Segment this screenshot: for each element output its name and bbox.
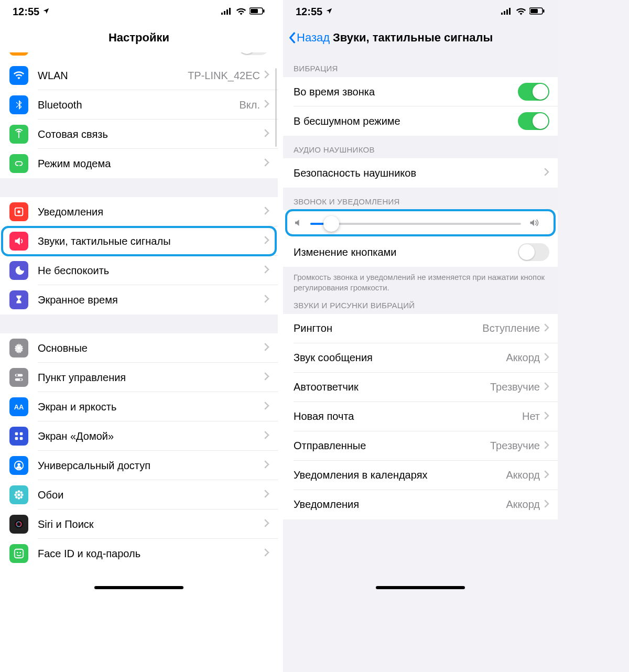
signal-icon: [501, 6, 513, 18]
chevron-right-icon: [264, 70, 269, 81]
svg-rect-3: [229, 8, 231, 15]
sound-row-reminders[interactable]: Уведомления Аккорд: [283, 490, 558, 519]
svg-rect-33: [15, 549, 24, 558]
svg-point-20: [17, 463, 20, 466]
svg-rect-2: [226, 9, 228, 15]
chevron-right-icon: [544, 382, 549, 393]
home-indicator: [94, 586, 183, 589]
home-indicator: [376, 586, 465, 589]
row-label: Экран и яркость: [38, 401, 264, 413]
chevron-right-icon: [544, 353, 549, 363]
chevron-right-icon: [264, 343, 269, 353]
row-label: В бесшумном режиме: [294, 115, 518, 127]
airplane-toggle[interactable]: [238, 52, 269, 55]
back-button[interactable]: Назад: [288, 31, 330, 45]
volume-high-icon: [528, 218, 540, 230]
chevron-right-icon: [544, 470, 549, 481]
bluetooth-icon: [9, 95, 28, 114]
settings-row-cellular[interactable]: Сотовая связь: [0, 120, 278, 149]
svg-rect-38: [506, 9, 508, 15]
chevron-right-icon: [264, 460, 269, 471]
svg-rect-42: [543, 9, 545, 13]
sound-row-texttone[interactable]: Звук сообщения Аккорд: [283, 343, 558, 373]
row-label: Уведомления: [38, 206, 264, 218]
svg-point-29: [20, 496, 23, 498]
grid-icon: [9, 427, 28, 446]
row-label: Bluetooth: [38, 99, 239, 111]
headphone-safety-row[interactable]: Безопасность наушников: [283, 158, 558, 188]
svg-point-25: [21, 494, 24, 496]
sound-row-sentmail[interactable]: Отправленные Трезвучие: [283, 431, 558, 461]
sound-row-calendar[interactable]: Уведомления в календарях Аккорд: [283, 461, 558, 490]
row-value: Вкл.: [239, 99, 260, 111]
status-time: 12:55: [296, 6, 322, 18]
status-bar: 12:55: [0, 0, 278, 23]
svg-rect-37: [504, 11, 505, 15]
bell-icon: [9, 202, 28, 221]
settings-row-faceid[interactable]: Face ID и код-пароль: [0, 539, 278, 568]
settings-row-display[interactable]: AA Экран и яркость: [0, 392, 278, 421]
wifi-icon: [516, 6, 526, 18]
vibrate-on-ring-toggle[interactable]: [518, 83, 549, 101]
svg-point-12: [16, 374, 18, 376]
status-time: 12:55: [13, 6, 39, 18]
signal-icon: [221, 6, 233, 18]
svg-rect-15: [15, 432, 18, 436]
settings-row-general[interactable]: Основные: [0, 333, 278, 363]
settings-row-bluetooth[interactable]: Bluetooth Вкл.: [0, 90, 278, 120]
settings-row-siri[interactable]: Siri и Поиск: [0, 510, 278, 539]
person-icon: [9, 456, 28, 475]
row-label: Face ID и код-пароль: [38, 548, 264, 560]
row-label: Изменение кнопками: [294, 246, 518, 258]
sound-row-ringtone[interactable]: Рингтон Вступление: [283, 314, 558, 343]
speaker-icon: [9, 232, 28, 251]
row-label: Сотовая связь: [38, 128, 264, 140]
volume-slider[interactable]: [310, 223, 521, 225]
sound-row-voicemail[interactable]: Автоответчик Трезвучие: [283, 373, 558, 402]
change-with-buttons-row[interactable]: Изменение кнопками: [283, 237, 558, 267]
battery-icon: [529, 6, 545, 18]
row-label: Режим модема: [38, 158, 264, 170]
page-title: Настройки: [0, 31, 278, 45]
row-label: Уведомления: [294, 498, 506, 511]
vibrate-on-silent-toggle[interactable]: [518, 112, 549, 130]
settings-row-homescreen[interactable]: Экран «Домой»: [0, 421, 278, 451]
settings-row-accessibility[interactable]: Универсальный доступ: [0, 451, 278, 480]
slider-thumb[interactable]: [323, 216, 339, 232]
settings-row-wallpaper[interactable]: Обои: [0, 480, 278, 510]
row-label: Отправленные: [294, 440, 490, 452]
location-icon: [326, 6, 333, 18]
change-with-buttons-toggle[interactable]: [518, 243, 549, 261]
row-value: TP-LINK_42EC: [188, 70, 260, 82]
settings-row-controlcenter[interactable]: Пункт управления: [0, 363, 278, 392]
row-label: Экранное время: [38, 294, 264, 306]
sound-row-newmail[interactable]: Новая почта Нет: [283, 402, 558, 431]
settings-row-screentime[interactable]: Экранное время: [0, 285, 278, 315]
status-bar: 12:55: [283, 0, 558, 23]
gear-icon: [9, 339, 28, 357]
row-value: Вступление: [482, 322, 540, 334]
svg-point-23: [18, 497, 20, 500]
svg-point-24: [14, 494, 17, 496]
settings-row-sounds[interactable]: Звуки, тактильные сигналы: [0, 226, 278, 256]
chevron-right-icon: [264, 158, 269, 169]
settings-row-wlan[interactable]: WLAN TP-LINK_42EC: [0, 61, 278, 90]
svg-rect-5: [251, 9, 258, 13]
chevron-right-icon: [544, 411, 549, 422]
link-icon: [9, 154, 28, 173]
row-label: Автоответчик: [294, 381, 490, 393]
vibrate-on-ring-row[interactable]: Во время звонка: [283, 77, 558, 106]
chevron-right-icon: [264, 402, 269, 412]
settings-row-notifications[interactable]: Уведомления: [0, 197, 278, 226]
location-icon: [42, 6, 50, 18]
settings-row-dnd[interactable]: Не беспокоить: [0, 256, 278, 285]
section-header-ringer: ЗВОНОК И УВЕДОМЛЕНИЯ: [283, 188, 558, 210]
svg-point-34: [17, 552, 18, 554]
wifi-icon: [9, 66, 28, 85]
sounds-settings-screen: 12:55 Назад Звуки, тактильные сигналы ВИ…: [283, 0, 558, 672]
row-label: Экран «Домой»: [38, 430, 264, 442]
svg-point-8: [17, 210, 20, 213]
nav-bar: Назад Звуки, тактильные сигналы: [283, 23, 558, 52]
vibrate-on-silent-row[interactable]: В бесшумном режиме: [283, 106, 558, 136]
settings-row-hotspot[interactable]: Режим модема: [0, 149, 278, 178]
